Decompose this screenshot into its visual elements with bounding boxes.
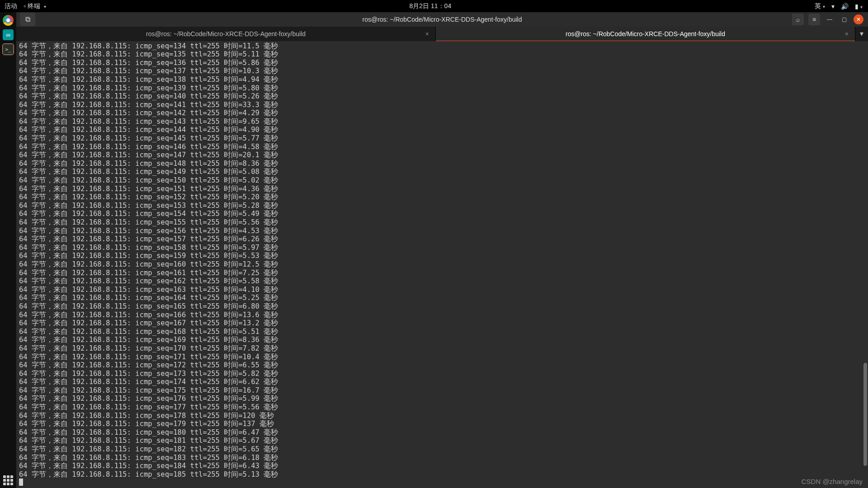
volume-icon[interactable]: 🔊 [841,3,849,10]
hamburger-menu-button[interactable]: ≡ [808,14,820,25]
terminal-cursor [19,479,23,486]
dock-app-chrome[interactable] [3,15,14,26]
clock[interactable]: 8月2日 11：04 [46,2,815,10]
search-button[interactable]: ⌕ [792,14,804,25]
terminal-icon: ▫ [24,2,28,9]
ime-indicator[interactable]: 英 [815,2,825,10]
maximize-button[interactable]: ▢ [839,14,849,24]
minimize-button[interactable]: — [825,14,835,24]
terminal-output: 64 字节，来自 192.168.8.115: icmp_seq=134 ttl… [16,41,868,488]
show-applications-button[interactable] [3,475,13,485]
scrollbar-thumb[interactable] [863,363,867,466]
dock-app-arduino[interactable]: ∞ [3,29,14,40]
close-button[interactable]: ✕ [854,14,863,24]
tab-close-icon[interactable]: × [425,30,429,38]
tab-label: ros@ros: ~/RobCode/Micro-XRCE-DDS-Agent-… [146,30,306,38]
dock-app-terminal[interactable]: >_ [3,44,14,55]
gnome-top-panel: 活动 ▫ 终端 8月2日 11：04 英 ▾ 🔊 ▮ [0,0,868,12]
watermark: CSDN @zhangrelay [802,478,863,485]
window-titlebar[interactable]: ⧉ ros@ros: ~/RobCode/Micro-XRCE-DDS-Agen… [16,12,868,27]
terminal-viewport[interactable]: 64 字节，来自 192.168.8.115: icmp_seq=134 ttl… [16,41,868,488]
app-menu[interactable]: ▫ 终端 [24,2,46,10]
terminal-tab-0[interactable]: ros@ros: ~/RobCode/Micro-XRCE-DDS-Agent-… [16,27,436,41]
battery-icon[interactable]: ▮ [855,3,863,10]
tabs-dropdown-icon[interactable]: ▾ [855,27,868,41]
scrollbar[interactable] [863,41,867,488]
network-icon[interactable]: ▾ [831,3,835,10]
tab-close-icon[interactable]: × [845,30,849,38]
new-tab-button[interactable]: ⧉ [20,13,35,26]
window-title: ros@ros: ~/RobCode/Micro-XRCE-DDS-Agent-… [16,16,868,23]
terminal-tabs: ros@ros: ~/RobCode/Micro-XRCE-DDS-Agent-… [16,27,868,41]
activities-button[interactable]: 活动 [5,2,17,10]
terminal-window: ⧉ ros@ros: ~/RobCode/Micro-XRCE-DDS-Agen… [16,12,868,488]
dock: ∞ >_ [0,12,16,488]
terminal-tab-1[interactable]: ros@ros: ~/RobCode/Micro-XRCE-DDS-Agent-… [436,27,855,41]
tab-label: ros@ros: ~/RobCode/Micro-XRCE-DDS-Agent-… [566,30,725,38]
